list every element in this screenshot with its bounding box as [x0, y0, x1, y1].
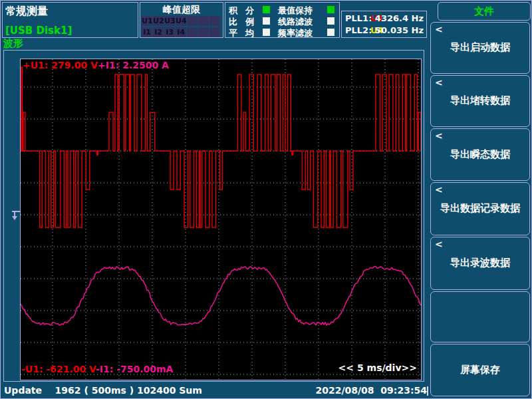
waveform-svg — [21, 59, 421, 380]
waveform-container: +U1: 279.00 V+I1: 2.2500 A -U1: -621.00 … — [3, 50, 424, 382]
empty-softkey-slot — [430, 291, 530, 342]
u1-peak-value: +U1: 279.00 V — [23, 60, 98, 70]
peak-cell-empty — [198, 27, 209, 37]
text-cursor — [427, 386, 428, 396]
line-filter-indicator — [327, 17, 334, 25]
screen-save-label: 屏幕保存 — [431, 364, 529, 376]
u1-min-value: -U1: -621.00 V — [21, 364, 96, 374]
peak-cell-u4: U4 — [176, 16, 186, 26]
peak-panel-title: 峰值超限 — [140, 4, 223, 16]
export-locked-rotor-data-button[interactable]: < 导出堵转数据 — [430, 75, 530, 127]
peak-cell-empty — [198, 16, 209, 26]
sidebar-menu-title: 文件 — [438, 2, 531, 21]
pll-panel: PLL1: U1 4326.4 Hz PLL2: U4 50.035 Hz — [341, 11, 427, 38]
datetime: 2022/08/08 09:23:54 — [315, 385, 427, 396]
peak-cell-u1: U1 — [142, 16, 152, 26]
softkey-arrow-icon: < — [435, 239, 443, 249]
peak-cell-u3: U3 — [164, 16, 175, 26]
export-wave-record-label: 导出录波数据 — [431, 257, 529, 269]
waveform-min-readout: -U1: -621.00 V-I1: -750.00mA — [21, 364, 173, 374]
softkey-arrow-icon: < — [435, 184, 443, 195]
peak-cell-i4: I4 — [176, 27, 186, 37]
peak-cell-empty — [187, 27, 198, 37]
waveform-plot: +U1: 279.00 V+I1: 2.2500 A -U1: -621.00 … — [20, 59, 422, 380]
export-transient-data-label: 导出瞬态数据 — [431, 148, 529, 161]
freq-filter-indicator — [327, 29, 334, 36]
mode-indicator-panel: 积 分 最值保持 比 例 线路滤波 平 均 频率滤波 — [225, 2, 340, 38]
i1-peak-value: +I1: 2.2500 A — [98, 60, 169, 70]
pll1-frequency: 4326.4 Hz — [375, 13, 424, 23]
max-hold-indicator — [327, 6, 334, 13]
peak-cell-empty — [209, 27, 220, 37]
export-data-record-label: 导出数据记录数据 — [431, 202, 529, 215]
peak-cell-i3: I3 — [164, 27, 175, 37]
softkey-arrow-icon: < — [435, 130, 443, 141]
peak-over-limit-panel: 峰值超限 U1 U2 U3 U4 I1 I2 I3 I4 — [140, 2, 223, 38]
ratio-indicator — [263, 17, 270, 25]
pll2-label: PLL2: — [345, 25, 372, 35]
export-data-record-button[interactable]: < 导出数据记录数据 — [430, 182, 530, 235]
softkey-arrow-icon: < — [435, 77, 443, 88]
average-indicator — [263, 29, 270, 36]
timebase-readout: << 5 ms/div>> — [338, 362, 417, 373]
pll2-frequency: 50.035 Hz — [375, 25, 424, 35]
page-title: 波形 — [3, 37, 23, 50]
peak-cell-u2: U2 — [153, 16, 164, 26]
peak-cell-i1: I1 — [142, 27, 152, 37]
i1-min-value: -I1: -750.00mA — [96, 364, 174, 374]
peak-cell-empty — [209, 16, 220, 26]
file-menu-label: 文件 — [438, 5, 530, 18]
peak-cell-i2: I2 — [153, 27, 164, 37]
average-char2: 均 — [245, 27, 254, 39]
analyzer-screen: 常规测量 [USB Disk1] 波形 峰值超限 U1 U2 U3 U4 I1 … — [0, 0, 532, 399]
channel-marker-icon — [11, 209, 21, 221]
export-wave-record-button[interactable]: < 导出录波数据 — [430, 237, 530, 290]
measurement-mode-panel: 常规测量 [USB Disk1] — [2, 2, 138, 38]
export-startup-data-button[interactable]: < 导出启动数据 — [430, 22, 530, 74]
freq-filter-label: 频率滤波 — [278, 27, 313, 39]
export-locked-rotor-data-label: 导出堵转数据 — [431, 94, 529, 107]
waveform-peak-readout: +U1: 279.00 V+I1: 2.2500 A — [23, 60, 169, 70]
integrate-indicator — [263, 6, 270, 13]
export-startup-data-label: 导出启动数据 — [431, 41, 529, 54]
screen-save-button[interactable]: 屏幕保存 — [430, 344, 530, 396]
update-status: Update 1962 ( 500ms ) 102400 Sum — [4, 385, 202, 396]
peak-cell-empty — [187, 16, 198, 26]
usb-disk-status: [USB Disk1] — [5, 25, 72, 37]
average-char1: 平 — [229, 27, 237, 39]
measurement-mode-title: 常规测量 — [5, 5, 48, 19]
pll1-label: PLL1: — [345, 13, 372, 23]
softkey-arrow-icon: < — [435, 24, 443, 35]
export-transient-data-button[interactable]: < 导出瞬态数据 — [430, 128, 530, 181]
